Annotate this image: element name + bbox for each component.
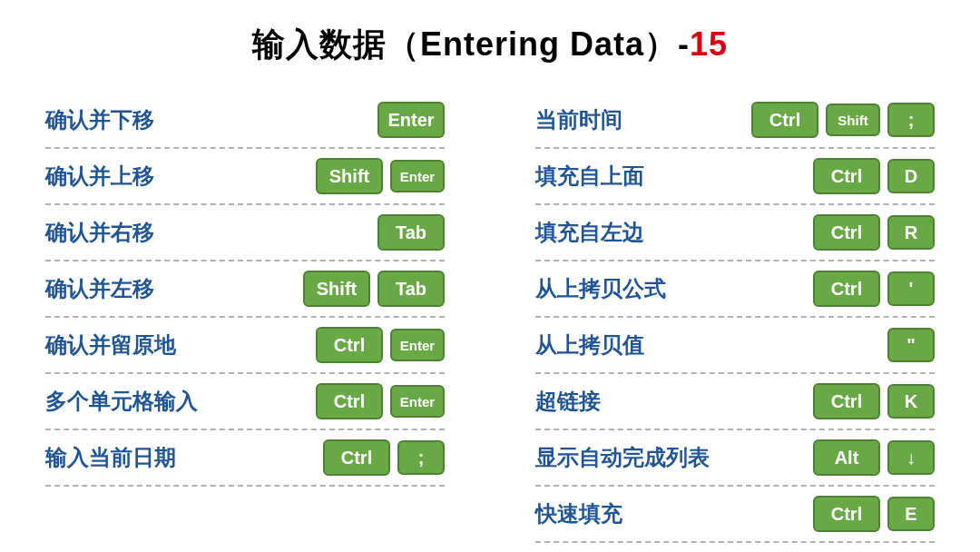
shortcut-row: 快速填充CtrlE (535, 487, 935, 543)
key-cap: ; (887, 103, 935, 137)
key-cap: Tab (377, 214, 445, 251)
shortcut-label: 当前时间 (535, 105, 622, 134)
shortcut-label: 多个单元格输入 (45, 387, 198, 416)
shortcut-row: 填充自上面CtrlD (535, 149, 935, 205)
key-group: Tab (377, 214, 445, 251)
key-group: CtrlR (813, 214, 935, 251)
key-cap: " (887, 328, 935, 362)
key-cap: K (887, 384, 935, 419)
shortcut-row: 从上拷贝值" (535, 318, 935, 374)
key-cap: Ctrl (813, 271, 880, 307)
key-cap: Ctrl (813, 383, 880, 419)
shortcut-label: 确认并留原地 (45, 330, 176, 360)
shortcut-row: 超链接CtrlK (535, 374, 935, 430)
shortcut-row: 从上拷贝公式Ctrl' (535, 261, 935, 318)
shortcut-label: 确认并左移 (45, 274, 154, 303)
shortcut-label: 填充自上面 (535, 162, 644, 191)
shortcut-row: 多个单元格输入CtrlEnter (45, 374, 445, 430)
shortcut-label: 显示自动完成列表 (535, 443, 710, 472)
key-cap: Ctrl (813, 158, 880, 194)
shortcut-columns: 确认并下移Enter确认并上移ShiftEnter确认并右移Tab确认并左移Sh… (45, 93, 935, 543)
key-cap: Ctrl (316, 327, 383, 363)
shortcut-label: 从上拷贝公式 (535, 274, 666, 303)
key-group: CtrlD (813, 158, 935, 194)
key-group: Alt↓ (813, 439, 935, 476)
shortcut-row: 输入当前日期Ctrl; (45, 430, 445, 487)
shortcut-label: 填充自左边 (535, 218, 644, 247)
key-cap: Ctrl (813, 496, 880, 532)
key-group: CtrlEnter (316, 327, 445, 363)
title-main: 输入数据（Entering Data）- (252, 25, 690, 63)
key-cap: Ctrl (323, 439, 390, 476)
key-cap: R (887, 215, 935, 250)
key-group: " (887, 328, 935, 362)
shortcut-label: 确认并上移 (45, 162, 154, 191)
shortcut-row: 确认并左移ShiftTab (45, 261, 445, 318)
key-group: CtrlEnter (316, 383, 445, 419)
key-group: Enter (377, 102, 445, 138)
key-cap: Ctrl (316, 383, 383, 419)
title-number: 15 (690, 25, 728, 63)
key-cap: Enter (390, 160, 445, 192)
shortcut-label: 超链接 (535, 387, 601, 416)
key-cap: Ctrl (751, 102, 818, 138)
key-cap: Ctrl (813, 214, 880, 251)
shortcut-row: 当前时间CtrlShift; (535, 93, 935, 149)
key-group: CtrlE (813, 496, 935, 532)
key-group: CtrlShift; (751, 102, 935, 138)
shortcut-label: 从上拷贝值 (535, 330, 644, 360)
key-group: Ctrl' (813, 271, 935, 307)
key-cap: ; (397, 440, 445, 475)
shortcut-row: 确认并上移ShiftEnter (45, 149, 445, 205)
key-cap: Shift (316, 158, 383, 194)
key-cap: Enter (390, 385, 445, 418)
key-cap: Enter (377, 102, 445, 138)
shortcut-row: 确认并右移Tab (45, 205, 445, 261)
key-group: CtrlK (813, 383, 935, 419)
shortcut-label: 快速填充 (535, 499, 622, 528)
shortcut-row: 显示自动完成列表Alt↓ (535, 430, 935, 487)
key-cap: D (887, 159, 935, 193)
shortcut-row: 确认并留原地CtrlEnter (45, 318, 445, 374)
shortcut-label: 确认并下移 (45, 105, 154, 134)
key-cap: ' (887, 271, 935, 306)
page-title: 输入数据（Entering Data）-15 (45, 23, 935, 67)
key-cap: Enter (390, 329, 445, 361)
key-group: ShiftEnter (316, 158, 445, 194)
shortcut-row: 填充自左边CtrlR (535, 205, 935, 261)
shortcut-label: 输入当前日期 (45, 443, 176, 472)
key-cap: E (887, 497, 935, 531)
right-column: 当前时间CtrlShift;填充自上面CtrlD填充自左边CtrlR从上拷贝公式… (535, 93, 935, 543)
key-cap: Tab (377, 271, 445, 307)
key-cap: Shift (826, 104, 880, 136)
shortcut-label: 确认并右移 (45, 218, 154, 247)
key-cap: Shift (303, 271, 370, 307)
key-group: Ctrl; (323, 439, 445, 476)
key-cap: Alt (813, 439, 880, 476)
shortcut-row: 确认并下移Enter (45, 93, 445, 149)
key-cap: ↓ (887, 440, 935, 475)
left-column: 确认并下移Enter确认并上移ShiftEnter确认并右移Tab确认并左移Sh… (45, 93, 445, 543)
key-group: ShiftTab (303, 271, 445, 307)
